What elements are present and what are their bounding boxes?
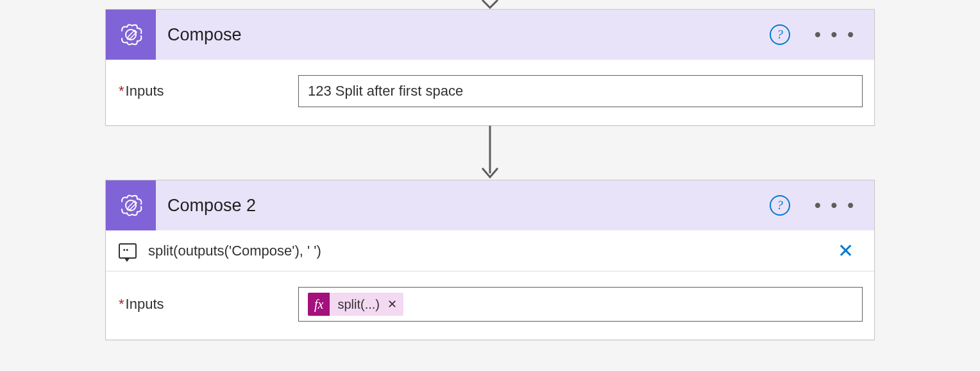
inputs-value: 123 Split after first space — [308, 83, 463, 99]
expression-text: split(outputs('Compose'), ' ') — [148, 243, 829, 259]
inputs-label-text: Inputs — [126, 83, 164, 99]
compose-icon — [106, 10, 156, 60]
inputs-field[interactable]: fx split(...) ✕ — [298, 287, 863, 322]
peek-bubble-icon: •• — [119, 243, 137, 259]
token-label: split(...) — [330, 297, 386, 312]
more-icon[interactable]: • • • — [808, 195, 863, 216]
inputs-label-text: Inputs — [126, 296, 164, 312]
required-asterisk: * — [119, 296, 124, 312]
fx-icon: fx — [308, 293, 330, 316]
compose-icon — [106, 180, 156, 230]
connector-arrow-top — [477, 0, 503, 9]
expression-token[interactable]: fx split(...) ✕ — [308, 293, 403, 316]
required-asterisk: * — [119, 83, 124, 99]
param-row-inputs: *Inputs fx split(...) ✕ — [106, 272, 874, 340]
param-row-inputs: *Inputs 123 Split after first space — [106, 60, 874, 125]
param-label-inputs: *Inputs — [117, 83, 298, 99]
action-card-compose: Compose ? • • • *Inputs 123 Split after … — [105, 9, 875, 126]
card-title: Compose 2 — [156, 196, 770, 216]
inputs-field[interactable]: 123 Split after first space — [298, 75, 863, 107]
close-icon[interactable]: ✕ — [829, 239, 863, 262]
token-remove-icon[interactable]: ✕ — [386, 297, 403, 311]
card-title: Compose — [156, 25, 770, 45]
more-icon[interactable]: • • • — [808, 24, 863, 45]
help-icon[interactable]: ? — [770, 24, 790, 45]
card-header[interactable]: Compose ? • • • — [106, 10, 874, 60]
param-label-inputs: *Inputs — [117, 296, 298, 313]
connector-arrow — [477, 126, 503, 180]
action-card-compose-2: Compose 2 ? • • • •• split(outputs('Comp… — [105, 180, 875, 340]
card-header[interactable]: Compose 2 ? • • • — [106, 180, 874, 230]
help-icon[interactable]: ? — [770, 195, 790, 216]
expression-peek-row: •• split(outputs('Compose'), ' ') ✕ — [106, 230, 874, 272]
